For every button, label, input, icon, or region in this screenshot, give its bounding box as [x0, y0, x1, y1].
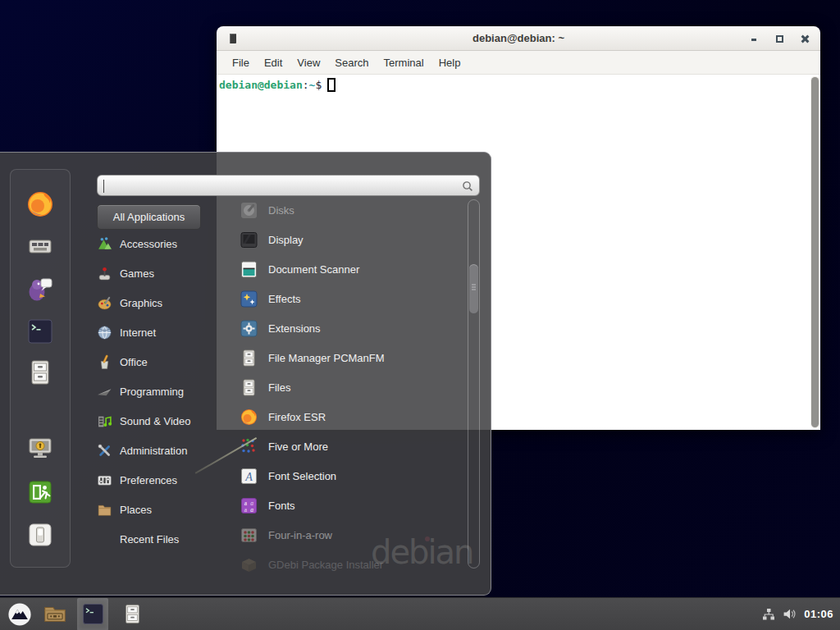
administration-icon: [97, 443, 112, 459]
start-menu-button[interactable]: [7, 601, 33, 628]
clock[interactable]: 01:06: [804, 608, 833, 620]
terminal-scrollbar-thumb[interactable]: [811, 77, 819, 427]
volume-icon[interactable]: [783, 607, 797, 621]
software-manager-icon[interactable]: [26, 232, 54, 260]
menu-terminal[interactable]: Terminal: [377, 53, 431, 72]
menu-search-box: [97, 175, 480, 196]
app-firefox-esr[interactable]: Firefox ESR: [240, 402, 461, 431]
application-menu: All Applications Accessories Games Graph…: [0, 152, 491, 596]
firefox-icon[interactable]: [26, 190, 54, 218]
category-accessories[interactable]: Accessories: [97, 229, 220, 258]
places-icon: [97, 502, 112, 518]
favorites-column: [10, 169, 71, 568]
menu-view[interactable]: View: [290, 53, 327, 72]
menu-search[interactable]: Search: [327, 53, 376, 72]
category-administration[interactable]: Administration: [97, 436, 220, 465]
shutdown-icon[interactable]: [26, 521, 54, 549]
menu-scrollbar[interactable]: [468, 199, 480, 568]
sound-video-icon: [97, 413, 112, 429]
close-icon[interactable]: [801, 35, 809, 43]
terminal-app-icon: [230, 34, 236, 43]
search-input[interactable]: [98, 176, 479, 195]
terminal-icon[interactable]: [26, 317, 54, 345]
font-selection-icon: A: [240, 467, 258, 486]
scanner-icon: [240, 260, 258, 279]
svg-text:A: A: [244, 470, 253, 482]
app-extensions[interactable]: Extensions: [240, 313, 461, 343]
internet-icon: [97, 325, 112, 340]
all-applications-button[interactable]: All Applications: [97, 204, 201, 230]
four-in-a-row-icon: [240, 526, 258, 545]
window-title: debian@debian: ~: [217, 26, 820, 51]
app-files[interactable]: Files: [240, 372, 461, 402]
menu-file[interactable]: File: [225, 53, 257, 72]
minimize-icon[interactable]: [751, 35, 758, 43]
application-list: Disks Display Document Scanner Effects E…: [240, 195, 461, 579]
terminal-scrollbar[interactable]: [810, 76, 819, 428]
pidgin-icon[interactable]: [26, 275, 54, 303]
menu-edit[interactable]: Edit: [257, 53, 290, 72]
app-effects[interactable]: Effects: [240, 284, 461, 313]
category-sound-video[interactable]: Sound & Video: [97, 406, 220, 436]
firefox-icon: [240, 408, 258, 427]
effects-icon: [240, 290, 258, 308]
terminal-icon[interactable]: [77, 598, 108, 630]
category-programming[interactable]: Programming: [97, 377, 220, 406]
lock-screen-icon[interactable]: [26, 435, 54, 463]
taskbar: 01:06: [0, 597, 840, 630]
office-icon: [97, 354, 112, 370]
app-disks[interactable]: Disks: [240, 195, 461, 225]
app-document-scanner[interactable]: Document Scanner: [240, 254, 461, 284]
category-graphics[interactable]: Graphics: [97, 288, 220, 317]
maximize-icon[interactable]: [776, 35, 783, 43]
category-recent-files[interactable]: Recent Files: [97, 524, 220, 554]
terminal-menubar: File Edit View Search Terminal Help: [217, 51, 820, 74]
graphics-icon: [97, 295, 112, 311]
folder-icon[interactable]: [41, 600, 69, 628]
programming-icon: [97, 384, 112, 399]
app-font-selection[interactable]: A Font Selection: [240, 461, 461, 491]
preferences-icon: [97, 472, 112, 488]
menu-scrollbar-thumb[interactable]: [469, 264, 478, 313]
terminal-cursor: [327, 78, 336, 92]
fonts-icon: aaaa: [240, 496, 258, 515]
app-five-or-more[interactable]: Five or More: [240, 431, 461, 461]
games-icon: [97, 266, 112, 281]
accessories-icon: [97, 236, 112, 252]
gdebi-icon: [240, 555, 258, 574]
svg-text:a: a: [250, 505, 253, 513]
prompt-user-host: debian@debian: [219, 79, 303, 91]
category-list: Accessories Games Graphics Internet Offi…: [97, 229, 220, 554]
app-four-in-a-row[interactable]: Four-in-a-row: [240, 520, 461, 550]
category-internet[interactable]: Internet: [97, 317, 220, 347]
menu-help[interactable]: Help: [431, 53, 468, 72]
category-office[interactable]: Office: [97, 347, 220, 377]
search-icon: [462, 180, 473, 192]
category-places[interactable]: Places: [97, 495, 220, 524]
app-display[interactable]: Display: [240, 225, 461, 254]
file-cabinet-icon: [240, 378, 258, 397]
display-icon: [240, 231, 258, 249]
extensions-icon: [240, 319, 258, 338]
system-tray: 01:06: [762, 607, 833, 621]
file-cabinet-icon: [240, 349, 258, 368]
disks-icon: [240, 201, 258, 220]
terminal-prompt: debian@debian:~$: [219, 78, 336, 92]
app-file-manager-pcmanfm[interactable]: File Manager PCManFM: [240, 343, 461, 372]
file-cabinet-icon[interactable]: [26, 358, 54, 386]
category-games[interactable]: Games: [97, 258, 220, 288]
text-caret: [103, 180, 104, 193]
logout-icon[interactable]: [26, 478, 54, 506]
app-gdebi-package-installer[interactable]: GDebi Package Installer: [240, 550, 461, 579]
terminal-titlebar[interactable]: debian@debian: ~: [217, 26, 820, 51]
app-fonts[interactable]: aaaa Fonts: [240, 491, 461, 520]
network-icon[interactable]: [762, 608, 775, 621]
file-cabinet-icon[interactable]: [118, 600, 146, 628]
